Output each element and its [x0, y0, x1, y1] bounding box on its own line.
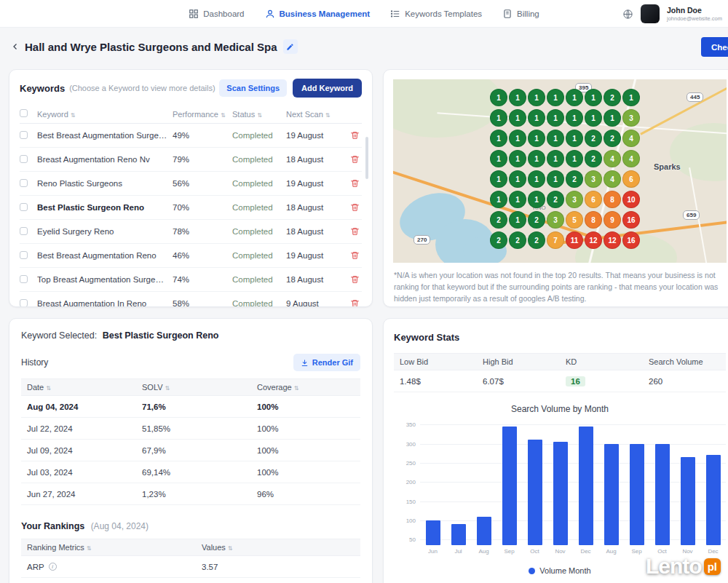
delete-icon[interactable] — [350, 202, 360, 213]
rank-pin[interactable]: 1 — [509, 211, 526, 229]
rank-pin[interactable]: 5 — [566, 211, 583, 229]
volume-bar[interactable] — [681, 457, 695, 545]
row-checkbox[interactable] — [20, 251, 28, 259]
rank-pin[interactable]: 10 — [622, 191, 640, 208]
row-checkbox[interactable] — [20, 131, 28, 139]
row-checkbox[interactable] — [20, 299, 28, 307]
delete-icon[interactable] — [350, 130, 360, 140]
check-health-button[interactable]: Check Health — [701, 37, 728, 57]
column-header-keyword[interactable]: Keyword⇅ — [37, 110, 173, 119]
rank-pin[interactable]: 1 — [509, 89, 526, 106]
rank-pin[interactable]: 4 — [604, 170, 621, 188]
rank-pin[interactable]: 1 — [490, 150, 507, 167]
rank-pin[interactable]: 1 — [528, 191, 545, 208]
volume-bar[interactable] — [579, 427, 593, 545]
column-header-date[interactable]: Date⇅ — [21, 383, 136, 392]
rank-pin[interactable]: 8 — [604, 191, 621, 208]
rank-pin[interactable]: 6 — [622, 170, 640, 188]
delete-keyword-button[interactable] — [346, 130, 363, 140]
rank-pin[interactable]: 12 — [604, 231, 621, 249]
rank-pin[interactable]: 1 — [509, 150, 526, 167]
rank-pin[interactable]: 1 — [490, 170, 507, 188]
rank-pin[interactable]: 4 — [622, 130, 640, 147]
volume-bar[interactable] — [630, 444, 644, 545]
select-all-checkbox[interactable] — [20, 109, 28, 117]
rank-pin[interactable]: 2 — [566, 170, 583, 188]
rank-pin[interactable]: 2 — [585, 130, 602, 147]
rank-pin[interactable]: 1 — [528, 130, 545, 147]
rank-pin[interactable]: 1 — [528, 109, 545, 127]
volume-bar[interactable] — [477, 517, 491, 545]
delete-keyword-button[interactable] — [346, 274, 363, 285]
rank-pin[interactable]: 12 — [585, 231, 602, 249]
rank-pin[interactable]: 2 — [490, 231, 507, 249]
column-header-solv[interactable]: SOLV⇅ — [136, 383, 251, 392]
info-icon[interactable]: i — [49, 563, 57, 571]
rank-pin[interactable]: 3 — [622, 109, 640, 127]
volume-bar[interactable] — [655, 444, 670, 545]
keyword-table-row[interactable]: Breast Augmentation Reno Nv79%Completed1… — [20, 148, 362, 172]
scan-settings-button[interactable]: Scan Settings — [219, 79, 287, 97]
map[interactable]: 395 445 659 270 Sparks RNO 1111112111111… — [393, 79, 727, 263]
rank-pin[interactable]: 2 — [528, 211, 545, 229]
back-button[interactable] — [9, 40, 22, 53]
rank-pin[interactable]: 1 — [547, 109, 564, 127]
rank-pin[interactable]: 1 — [528, 150, 545, 167]
delete-icon[interactable] — [350, 154, 360, 164]
keyword-table-row[interactable]: Best Breast Augmentation Surgeo...49%Com… — [20, 124, 362, 148]
volume-bar[interactable] — [528, 440, 542, 545]
rank-pin[interactable]: 1 — [566, 130, 583, 147]
column-header-values[interactable]: Values⇅ — [196, 543, 360, 552]
rank-pin[interactable]: 1 — [490, 191, 507, 208]
rank-pin[interactable]: 1 — [547, 130, 564, 147]
rank-pin[interactable]: 1 — [509, 170, 526, 188]
column-header-coverage[interactable]: Coverage⇅ — [251, 383, 360, 392]
rank-pin[interactable]: 1 — [547, 170, 564, 188]
rank-pin[interactable]: 2 — [547, 191, 564, 208]
keyword-table-row[interactable]: Eyelid Surgery Reno78%Completed18 August — [20, 220, 362, 244]
rank-pin[interactable]: 4 — [622, 150, 640, 167]
rank-pin[interactable]: 1 — [566, 109, 583, 127]
history-row[interactable]: Aug 04, 202471,6%100% — [21, 396, 360, 418]
delete-icon[interactable] — [350, 250, 360, 261]
rank-pin[interactable]: 2 — [604, 130, 621, 147]
row-checkbox[interactable] — [20, 155, 28, 163]
delete-keyword-button[interactable] — [346, 250, 363, 261]
rank-pin[interactable]: 1 — [490, 130, 507, 147]
history-row[interactable]: Jul 09, 202467,9%100% — [21, 440, 360, 461]
rank-pin[interactable]: 1 — [547, 150, 564, 167]
volume-bar[interactable] — [553, 442, 568, 545]
row-checkbox[interactable] — [20, 275, 28, 283]
rank-pin[interactable]: 2 — [604, 89, 621, 106]
rank-pin[interactable]: 7 — [547, 231, 564, 249]
rank-pin[interactable]: 9 — [604, 211, 621, 229]
rank-pin[interactable]: 1 — [585, 109, 602, 127]
rank-pin[interactable]: 1 — [547, 89, 564, 106]
column-header-status[interactable]: Status⇅ — [232, 110, 286, 119]
delete-keyword-button[interactable] — [346, 298, 363, 307]
rank-pin[interactable]: 1 — [490, 89, 507, 106]
keyword-table-row[interactable]: Best Breast Augmentation Reno46%Complete… — [20, 244, 362, 268]
volume-bar[interactable] — [502, 427, 517, 545]
rank-pin[interactable]: 1 — [490, 109, 507, 127]
rank-pin[interactable]: 2 — [490, 211, 507, 229]
volume-bar[interactable] — [706, 455, 721, 545]
delete-icon[interactable] — [350, 298, 360, 307]
history-row[interactable]: Jun 27, 20241,23%96% — [21, 483, 360, 505]
nav-keywords-templates[interactable]: Keywords Templates — [390, 9, 482, 19]
keyword-table-row[interactable]: Reno Plastic Surgeons56%Completed19 Augu… — [20, 172, 362, 196]
row-checkbox[interactable] — [20, 179, 28, 187]
rank-pin[interactable]: 1 — [566, 150, 583, 167]
delete-keyword-button[interactable] — [346, 226, 363, 237]
keyword-table-row[interactable]: Breast Augmentation In Reno58%Completed9… — [20, 292, 362, 307]
history-row[interactable]: Jul 22, 202451,85%100% — [21, 418, 360, 440]
rank-pin[interactable]: 1 — [509, 109, 526, 127]
rank-pin[interactable]: 11 — [566, 231, 583, 249]
rank-pin[interactable]: 1 — [509, 130, 526, 147]
volume-bar[interactable] — [451, 524, 466, 545]
delete-keyword-button[interactable] — [346, 178, 363, 189]
scrollbar-thumb[interactable] — [365, 137, 368, 179]
rank-pin[interactable]: 2 — [509, 231, 526, 249]
volume-bar[interactable] — [604, 444, 619, 545]
delete-icon[interactable] — [350, 274, 360, 285]
